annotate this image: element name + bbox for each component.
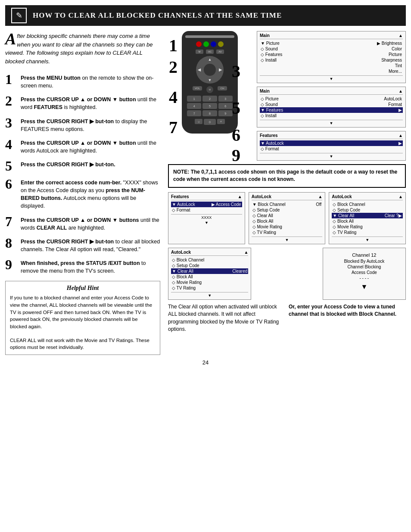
step-bold-1: Press the MENU button bbox=[21, 75, 81, 81]
remote-num-3[interactable]: 3 bbox=[218, 96, 233, 102]
hint-text-1: If you tune to a blocked channel and ent… bbox=[10, 294, 156, 330]
step-9: 9 When finished, press the STATUS /EXIT … bbox=[5, 258, 160, 275]
remote-vol-btn[interactable]: VOL bbox=[193, 86, 202, 90]
menu-autolock-header: Features ▲ bbox=[260, 133, 403, 139]
remote-num-5[interactable]: 5 bbox=[202, 103, 217, 109]
step-overlay-6: 6 bbox=[232, 125, 240, 145]
step-number-2: 2 bbox=[5, 94, 17, 108]
menu-main: Main ▲ ▼ Picture▶ Brightness ◇ SoundColo… bbox=[257, 31, 406, 83]
caption-clear-text: The Clear All option when activated will… bbox=[168, 304, 279, 332]
remote-num-0[interactable]: 0 bbox=[204, 119, 216, 125]
drop-cap: A bbox=[5, 32, 16, 46]
remote-nav-pad[interactable]: ▲ ▼ ◀ ▶ bbox=[196, 56, 224, 84]
intro-text: fter blocking specific channels there ma… bbox=[5, 33, 153, 65]
remote-nav-right[interactable]: ▶ bbox=[219, 68, 222, 72]
caption-right-text: Or, enter your Access Code to view a tun… bbox=[289, 304, 396, 317]
remote-ch-btn[interactable]: CH bbox=[218, 86, 227, 90]
remote-num-1[interactable]: 1 bbox=[187, 96, 201, 102]
step-text-2: Press the CURSOR UP ▲ or DOWN ▼ button u… bbox=[21, 94, 160, 111]
menu-main-arrow: ▲ bbox=[399, 33, 403, 38]
remote-btn-hash[interactable]: # bbox=[217, 119, 225, 124]
page-container: ✎ How to Clear All Blocked Channels at t… bbox=[0, 5, 411, 368]
menu-f-item-install: ◇ Install bbox=[260, 113, 403, 118]
menu-f-item-features-hl: ▼ Features▶ bbox=[260, 107, 403, 113]
remote-nav-up[interactable]: ▲ bbox=[208, 57, 212, 62]
remote-btn-blue[interactable] bbox=[211, 41, 216, 47]
step-overlay-7: 7 bbox=[169, 117, 177, 137]
step-overlay-9: 9 bbox=[232, 145, 240, 165]
remote-num-2[interactable]: 2 bbox=[202, 96, 217, 102]
menu-cl-setup: ◇ Setup Code bbox=[171, 263, 248, 268]
remote-num-4[interactable]: 4 bbox=[187, 103, 201, 109]
remote-num-6[interactable]: 6 bbox=[218, 103, 233, 109]
step-bold-6a: Enter the correct access code num-ber. bbox=[21, 180, 121, 186]
remote-btn-red[interactable] bbox=[196, 41, 202, 47]
step-5: 5 Press the CURSOR RIGHT ▶ but-ton. bbox=[5, 159, 160, 173]
step-text-6: Enter the correct access code num-ber. "… bbox=[21, 177, 160, 210]
remote-num-7[interactable]: 7 bbox=[187, 110, 201, 116]
remote-btn-yellow[interactable] bbox=[218, 41, 224, 47]
menu-access-code: Features▲ ▼ AutoLock▶ Access Code ◇ Form… bbox=[168, 192, 245, 244]
step-number-9: 9 bbox=[5, 258, 17, 271]
caption-clear-all: The Clear All option when activated will… bbox=[168, 303, 285, 333]
remote-btn-star[interactable]: ✩ bbox=[195, 119, 202, 124]
step-number-5: 5 bbox=[5, 159, 17, 173]
remote-num-9[interactable]: 9 bbox=[218, 110, 233, 116]
step-8: 8 Press the CURSOR RIGHT ▶ but-ton to cl… bbox=[5, 236, 160, 253]
remote-nav-left[interactable]: ◀ bbox=[198, 68, 201, 72]
remote-num-8[interactable]: 8 bbox=[202, 110, 217, 116]
menu-alo-tv: ◇ TV Rating bbox=[252, 230, 323, 235]
menu-alo-clear: ◇ Clear All bbox=[252, 213, 323, 218]
step-number-1: 1 bbox=[5, 72, 17, 86]
header-icon: ✎ bbox=[11, 8, 27, 23]
menu-autolock-select: Features ▲ ▼ AutoLock▶ ◇ Format ▼ bbox=[257, 131, 406, 161]
step-overlay-5: 5 bbox=[232, 98, 240, 118]
step-bold-4: Press the CURSOR UP ▲ or DOWN ▼ button bbox=[21, 140, 136, 146]
menu-main-item-features: ◇ FeaturesPicture bbox=[260, 52, 403, 57]
menu-cq-movie: ◇ Movie Rating bbox=[332, 224, 403, 230]
remote-mute-btn[interactable]: M bbox=[206, 86, 213, 93]
remote-misc-row: M HC AV bbox=[185, 50, 234, 54]
menu-cq-blockall: ◇ Block All bbox=[332, 218, 403, 224]
menu-features-header: Main ▲ bbox=[260, 89, 403, 95]
spacer-middle bbox=[255, 248, 319, 300]
step-bold-6b: press the NUM-BERED buttons. bbox=[21, 187, 145, 201]
step-7: 7 Press the CURSOR UP ▲ or DOWN ▼ button… bbox=[5, 215, 160, 232]
step-overlay-1: 1 bbox=[169, 35, 177, 56]
menu-main-item-tint: Tint bbox=[260, 63, 403, 68]
channel-down-arrow: ▼ bbox=[326, 283, 403, 291]
step-number-3: 3 bbox=[5, 116, 17, 130]
menu-main-title: Main bbox=[260, 33, 270, 38]
channel-dashes: - - - - bbox=[326, 276, 403, 280]
step-text-8: Press the CURSOR RIGHT ▶ but-ton to clea… bbox=[21, 236, 160, 253]
step-bold-2b: FEATURES bbox=[34, 104, 62, 110]
page-title: How to Clear All Blocked Channels at the… bbox=[33, 11, 282, 20]
remote-area: 1 2 4 7 9 3 5 6 bbox=[168, 31, 254, 161]
right-column: 1 2 4 7 9 3 5 6 bbox=[165, 26, 406, 355]
menu-f-item-picture: ◇ PictureAutoLock bbox=[260, 96, 403, 102]
remote-misc-btn-1[interactable]: M bbox=[196, 50, 203, 54]
remote-misc-btn-3[interactable]: AV bbox=[216, 50, 224, 54]
step-number-7: 7 bbox=[5, 215, 17, 228]
remote-numpad: 1 2 3 4 5 6 7 8 9 bbox=[187, 96, 233, 116]
step-overlay-2: 2 bbox=[169, 57, 177, 77]
menu-features-title: Main bbox=[260, 89, 270, 93]
main-layout: After blocking specific channels there m… bbox=[5, 26, 406, 355]
remote-nav-center[interactable] bbox=[204, 64, 216, 76]
channel-access-code: Access Code bbox=[326, 270, 403, 275]
remote-misc-btn-2[interactable]: HC bbox=[206, 50, 214, 54]
step-bold-5: Press the CURSOR RIGHT ▶ but-ton. bbox=[21, 162, 115, 168]
menu-al-item-format: ◇ Format bbox=[260, 146, 403, 152]
caption-access-code: Or, enter your Access Code to view a tun… bbox=[289, 303, 406, 333]
menu-main-item-install: ◇ InstallSharpness bbox=[260, 57, 403, 63]
intro-paragraph: After blocking specific channels there m… bbox=[5, 32, 160, 65]
remote-nav-down[interactable]: ▼ bbox=[208, 78, 212, 82]
step-bold-9: When finished, press the STATUS /EXIT bu… bbox=[21, 260, 140, 266]
remote-brand-strip bbox=[185, 35, 234, 38]
menu-alo-header: AutoLock▲ bbox=[252, 194, 323, 200]
menu-alo-block-ch: ▼ Block ChannelOff bbox=[252, 202, 323, 207]
remote-vol-ch-row: VOL M CH bbox=[185, 86, 234, 93]
bottom-captions: The Clear All option when activated will… bbox=[168, 303, 406, 333]
menu-cl-clearall-hl: ▼ Clear AllCleared bbox=[171, 268, 248, 274]
remote-btn-green[interactable] bbox=[203, 41, 209, 47]
